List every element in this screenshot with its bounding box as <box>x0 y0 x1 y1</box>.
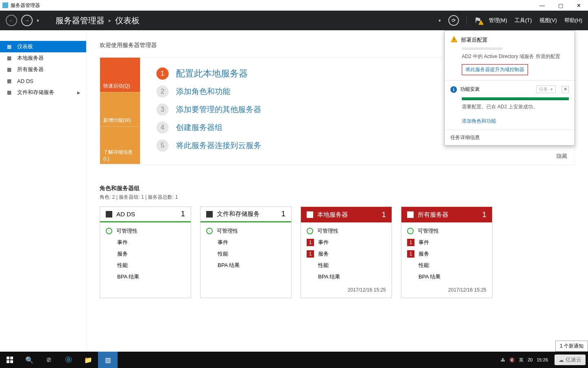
tile-row[interactable]: 事件 <box>106 239 185 246</box>
tile-row[interactable]: BPA 结果 <box>407 273 486 280</box>
breadcrumb-sep-icon: ▸ <box>109 18 111 23</box>
tile-icon <box>206 211 213 218</box>
notif-deploy-desc: AD2 中的 Active Directory 域服务 所需的配置 <box>462 53 569 60</box>
tile-row-label: 服务 <box>419 250 429 258</box>
breadcrumb-root[interactable]: 服务器管理器 <box>56 15 105 26</box>
tray-volume-icon[interactable]: 🔇 <box>509 357 515 363</box>
refresh-icon[interactable]: ⟳ <box>448 15 459 26</box>
sidebar-item-4[interactable]: ▦文件和存储服务▶ <box>0 87 86 98</box>
hide-link[interactable]: 隐藏 <box>557 153 567 160</box>
tile-row-label: BPA 结果 <box>419 273 441 280</box>
tile-timestamp: 2017/12/16 15:25 <box>301 284 392 298</box>
arrow-up-icon: ↑ <box>407 228 414 234</box>
tray-unknown: 20 <box>528 357 532 362</box>
progress-bar-empty <box>462 47 503 50</box>
search-button[interactable]: 🔍 <box>20 352 39 368</box>
tile-row[interactable]: 1事件 <box>307 239 386 246</box>
tile-row[interactable]: BPA 结果 <box>206 262 285 269</box>
menu-tools[interactable]: 工具(T) <box>514 17 532 24</box>
sidebar-item-label: 本地服务器 <box>17 54 44 62</box>
notifications-flag-icon[interactable]: ! <box>474 16 481 25</box>
svg-text:!: ! <box>454 37 455 42</box>
nav-back-button[interactable]: ← <box>6 15 17 26</box>
tile-row[interactable]: 1服务 <box>307 250 386 258</box>
header-divider <box>466 16 467 25</box>
tile-row[interactable]: 服务 <box>106 250 185 258</box>
tasks-dropdown[interactable]: 任务▾ <box>536 85 556 93</box>
minimize-button[interactable]: — <box>533 0 551 11</box>
svg-rect-5 <box>10 357 13 359</box>
step-number: 3 <box>156 103 169 116</box>
tile-row-label: 性能 <box>419 262 429 269</box>
menu-view[interactable]: 视图(V) <box>539 17 557 24</box>
tile-0[interactable]: AD DS1↑可管理性事件服务性能BPA 结果 <box>100 206 191 298</box>
alert-badge: 1 <box>307 239 314 246</box>
server-manager-taskbar-button[interactable]: ▥ <box>98 352 118 368</box>
tray-network-icon[interactable]: 🖧 <box>501 357 505 362</box>
tile-3[interactable]: 所有服务器1↑可管理性1事件1服务性能BPA 结果2017/12/16 15:2… <box>401 206 492 298</box>
tile-row-label: 服务 <box>117 250 128 258</box>
nav-forward-button[interactable]: → <box>21 15 33 26</box>
tile-row[interactable]: ↑可管理性 <box>307 227 386 235</box>
tab-learn-more[interactable]: 了解详细信息(L) <box>100 126 140 164</box>
main-content: 欢迎使用服务器管理器 快速启动(Q) 新增功能(W) 了解详细信息(L) 1配置… <box>87 30 588 352</box>
menu-manage[interactable]: 管理(M) <box>489 17 508 24</box>
header-dropdown-icon[interactable]: ▾ <box>439 18 441 23</box>
tab-quick-start[interactable]: 快速启动(Q) <box>100 58 140 92</box>
tile-header: AD DS1 <box>100 207 191 222</box>
sidebar-item-3[interactable]: ▦AD DS <box>0 75 86 87</box>
tile-row[interactable]: ↑可管理性 <box>407 227 486 235</box>
tile-row[interactable]: 性能 <box>307 262 386 269</box>
promote-dc-link[interactable]: 将此服务器提升为域控制器 <box>462 64 528 75</box>
tile-row[interactable]: BPA 结果 <box>106 273 185 280</box>
files-icon: ▦ <box>6 89 12 96</box>
tile-row[interactable]: BPA 结果 <box>307 273 386 280</box>
breadcrumb-current: 仪表板 <box>115 15 140 26</box>
tile-row-label: 可管理性 <box>317 227 339 235</box>
task-view-button[interactable]: ⎚ <box>39 352 59 368</box>
tile-row[interactable]: 1事件 <box>407 239 486 246</box>
new-notification-banner[interactable]: 1 个新通知 <box>555 341 588 352</box>
step-label: 添加角色和功能 <box>176 86 230 97</box>
window-controls: — ▢ ✕ <box>533 0 588 11</box>
nav-dropdown-icon[interactable]: ▾ <box>37 18 39 23</box>
close-button[interactable]: ✕ <box>570 0 588 11</box>
notif-install-desc: 需要配置。已在 AD2 上安装成功。 <box>462 103 569 110</box>
tile-icon <box>307 211 313 218</box>
tile-row[interactable]: ↑可管理性 <box>206 227 285 235</box>
tile-title: 所有服务器 <box>418 211 448 219</box>
explorer-button[interactable]: 📁 <box>78 352 98 368</box>
task-details-link[interactable]: 任务详细信息 <box>445 130 575 145</box>
tile-2[interactable]: 本地服务器1↑可管理性1事件1服务性能BPA 结果2017/12/16 15:2… <box>301 206 392 298</box>
tile-timestamp <box>200 289 291 298</box>
tile-icon <box>106 211 112 218</box>
step-label: 添加要管理的其他服务器 <box>176 104 261 115</box>
step-number: 5 <box>156 139 169 152</box>
tile-row[interactable]: 性能 <box>106 262 185 269</box>
tile-1[interactable]: 文件和存储服务1↑可管理性事件性能BPA 结果 <box>200 206 292 298</box>
add-roles-link[interactable]: 添加角色和功能 <box>462 118 496 125</box>
start-button[interactable] <box>0 352 20 368</box>
tile-row-label: 性能 <box>218 250 228 258</box>
sidebar-item-1[interactable]: ▦本地服务器 <box>0 52 86 64</box>
ie-button[interactable]: ⓔ <box>59 352 78 368</box>
step-label: 创建服务器组 <box>176 122 223 133</box>
tile-row[interactable]: 性能 <box>407 262 486 269</box>
tile-row-label: 可管理性 <box>217 227 238 235</box>
sidebar-item-0[interactable]: ▦仪表板 <box>0 41 86 52</box>
watermark-brand: ☁ 亿速云 <box>555 355 586 365</box>
tile-row-label: 可管理性 <box>116 227 138 235</box>
tile-row[interactable]: 性能 <box>206 250 285 258</box>
sidebar-item-2[interactable]: ▦所有服务器 <box>0 64 86 75</box>
tile-body: ↑可管理性1事件1服务性能BPA 结果 <box>401 222 492 284</box>
tray-ime[interactable]: 英 <box>519 357 523 363</box>
tile-row[interactable]: 事件 <box>206 239 285 246</box>
tray-clock[interactable]: 15:26 <box>537 357 548 362</box>
tile-row[interactable]: ↑可管理性 <box>106 227 185 235</box>
tile-row[interactable]: 1服务 <box>407 250 486 258</box>
tiles-container: AD DS1↑可管理性事件服务性能BPA 结果文件和存储服务1↑可管理性事件性能… <box>100 206 575 298</box>
notif-close-button[interactable]: ✕ <box>561 86 569 93</box>
menu-help[interactable]: 帮助(H) <box>564 17 582 24</box>
maximize-button[interactable]: ▢ <box>551 0 570 11</box>
tab-whats-new[interactable]: 新增功能(W) <box>100 92 140 126</box>
